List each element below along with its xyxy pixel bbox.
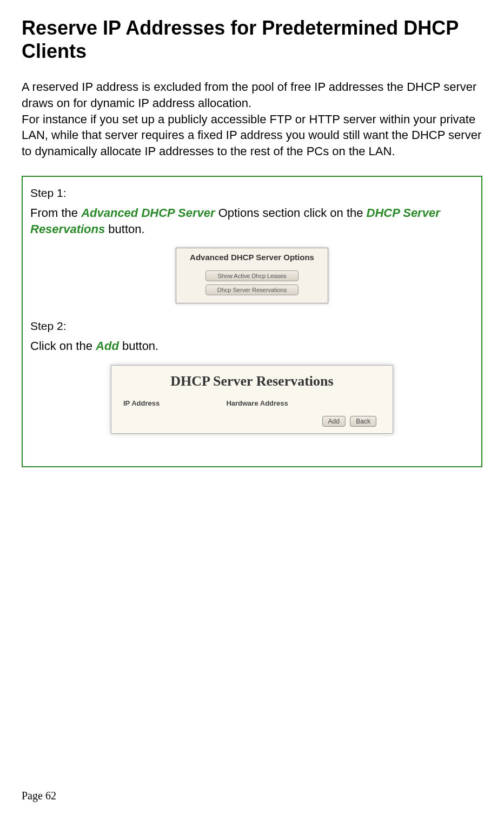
figure-dhcp-reservations: DHCP Server Reservations IP Address Hard… <box>111 365 393 434</box>
back-button[interactable]: Back <box>350 416 376 427</box>
step-1-label: Step 1: <box>30 187 474 200</box>
intro-para-1: A reserved IP address is excluded from t… <box>22 80 476 110</box>
figure-2-wrap: DHCP Server Reservations IP Address Hard… <box>30 365 474 434</box>
step-2-text: Click on the Add button. <box>30 338 474 354</box>
figure-advanced-dhcp-options: Advanced DHCP Server Options Show Active… <box>176 248 328 303</box>
figure-2-title: DHCP Server Reservations <box>111 366 393 399</box>
step-1-highlight-1: Advanced DHCP Server <box>81 206 215 220</box>
intro-para-2: For instance if you set up a publicly ac… <box>22 112 481 158</box>
figure-2-columns: IP Address Hardware Address <box>111 399 393 413</box>
step-1-pre: From the <box>30 206 81 220</box>
dhcp-server-reservations-button[interactable]: Dhcp Server Reservations <box>205 284 299 295</box>
intro-text: A reserved IP address is excluded from t… <box>22 79 482 159</box>
steps-container: Step 1: From the Advanced DHCP Server Op… <box>22 176 482 467</box>
show-active-leases-button[interactable]: Show Active Dhcp Leases <box>205 270 299 281</box>
step-2-label: Step 2: <box>30 320 474 333</box>
column-hardware-address: Hardware Address <box>226 399 381 407</box>
figure-1-wrap: Advanced DHCP Server Options Show Active… <box>30 248 474 303</box>
step-1-mid: Options section click on the <box>215 206 367 220</box>
column-ip-address: IP Address <box>123 399 226 407</box>
step-1-post: button. <box>105 222 144 236</box>
step-2-highlight: Add <box>96 339 119 353</box>
figure-1-title: Advanced DHCP Server Options <box>176 248 328 267</box>
step-2-pre: Click on the <box>30 339 96 353</box>
step-2-post: button. <box>119 339 158 353</box>
figure-2-button-row: Add Back <box>111 413 393 427</box>
step-1-text: From the Advanced DHCP Server Options se… <box>30 205 474 237</box>
add-button[interactable]: Add <box>322 416 346 427</box>
page-title: Reserve IP Addresses for Predetermined D… <box>22 16 482 63</box>
